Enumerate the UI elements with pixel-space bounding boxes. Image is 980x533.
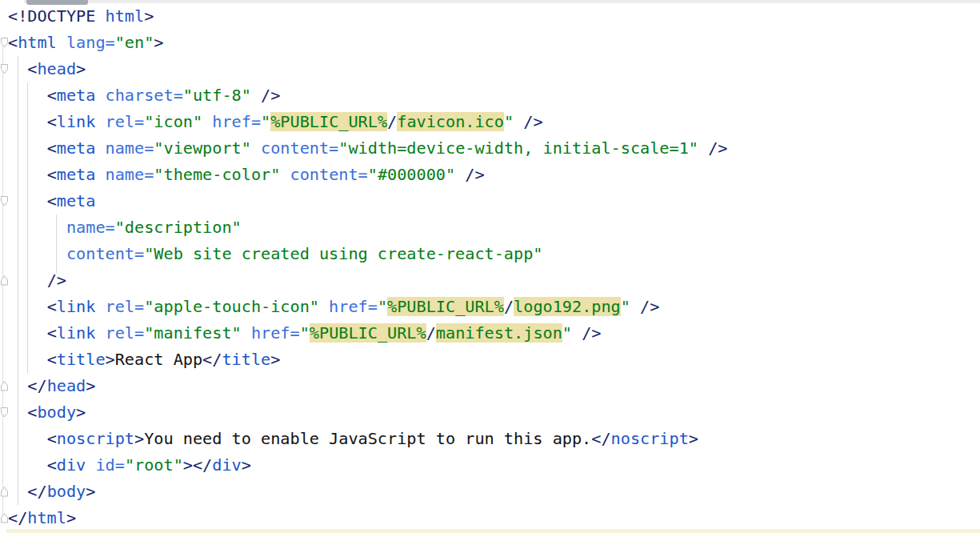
- code-token: "viewport": [154, 138, 251, 158]
- code-token: name=: [95, 165, 154, 184]
- code-token: ": [378, 297, 387, 316]
- code-token: >: [76, 403, 86, 422]
- code-token: link: [57, 323, 96, 343]
- code-token: href=: [202, 112, 261, 131]
- code-token: html: [18, 33, 57, 52]
- code-token: />: [514, 112, 542, 131]
- code-token: "icon": [144, 112, 202, 131]
- code-token: /: [426, 323, 436, 343]
- code-token: div: [57, 455, 86, 475]
- code-token: meta: [57, 165, 96, 184]
- code-token: /: [504, 297, 514, 316]
- code-token: <!DOCTYPE: [8, 6, 106, 26]
- code-line[interactable]: <div id="root"></div>: [8, 452, 980, 479]
- code-token: href=: [319, 297, 378, 316]
- code-token: [8, 350, 47, 369]
- code-line[interactable]: <meta name="viewport" content="width=dev…: [8, 135, 980, 162]
- code-token: head: [37, 59, 76, 78]
- code-token: rel=: [95, 297, 144, 316]
- code-line[interactable]: <!DOCTYPE html>: [8, 3, 980, 30]
- code-line[interactable]: name="description": [8, 214, 980, 241]
- code-line[interactable]: </head>: [8, 373, 980, 399]
- code-line[interactable]: </body>: [8, 479, 980, 505]
- template-variable-token: logo192.png: [514, 297, 621, 316]
- code-token: <: [47, 323, 57, 343]
- code-token: ": [261, 112, 270, 131]
- code-token: link: [57, 297, 96, 316]
- code-line[interactable]: <html lang="en">: [8, 30, 980, 56]
- code-line[interactable]: <meta name="theme-color" content="#00000…: [8, 162, 980, 188]
- code-token: [8, 86, 47, 105]
- code-token: charset=: [95, 86, 182, 105]
- code-token: <: [8, 33, 18, 52]
- code-token: />: [47, 271, 66, 290]
- code-token: body: [37, 403, 76, 422]
- template-variable-token: %PUBLIC_URL%: [310, 323, 426, 343]
- code-token: "root": [125, 455, 183, 475]
- code-token: />: [455, 165, 484, 184]
- code-token: name=: [66, 218, 115, 237]
- code-token: "description": [115, 218, 242, 237]
- code-token: </: [591, 429, 610, 448]
- code-token: html: [27, 508, 66, 527]
- code-token: <: [47, 429, 57, 448]
- code-token: head: [47, 376, 86, 395]
- code-token: content=: [251, 138, 338, 158]
- code-token: />: [630, 297, 659, 316]
- code-line[interactable]: <link rel="manifest" href="%PUBLIC_URL%/…: [8, 320, 980, 347]
- code-token: "utf-8": [183, 86, 251, 105]
- code-line[interactable]: <meta: [8, 188, 980, 214]
- code-token: "Web site created using create-react-app…: [144, 244, 542, 263]
- code-token: [8, 138, 47, 158]
- code-token: "width=device-width, initial-scale=1": [338, 138, 698, 158]
- code-token: "apple-touch-icon": [144, 297, 319, 316]
- code-token: <: [47, 112, 57, 131]
- code-token: </: [27, 376, 46, 395]
- code-line[interactable]: <noscript>You need to enable JavaScript …: [8, 426, 980, 452]
- code-line[interactable]: <link rel="apple-touch-icon" href="%PUBL…: [8, 294, 980, 320]
- code-token: [8, 59, 27, 78]
- code-token: <: [47, 455, 57, 475]
- code-token: meta: [57, 86, 96, 105]
- code-token: />: [251, 86, 280, 105]
- code-token: body: [47, 482, 86, 501]
- highlighted-line-partial: [6, 529, 980, 533]
- code-token: >: [86, 376, 95, 395]
- code-token: title: [222, 350, 270, 369]
- code-token: <: [47, 191, 57, 210]
- code-token: You need to enable JavaScript to run thi…: [144, 429, 591, 448]
- code-token: [8, 429, 47, 448]
- code-token: div: [212, 455, 241, 475]
- code-token: <: [47, 138, 57, 158]
- code-line[interactable]: <link rel="icon" href="%PUBLIC_URL%/favi…: [8, 109, 980, 135]
- code-token: [8, 323, 47, 343]
- code-token: <: [27, 59, 37, 78]
- code-token: /: [387, 112, 397, 131]
- code-editor-area[interactable]: <!DOCTYPE html><html lang="en"> <head> <…: [8, 3, 980, 533]
- template-variable-token: %PUBLIC_URL%: [270, 112, 387, 131]
- code-token: >: [134, 429, 144, 448]
- code-token: html: [106, 6, 145, 26]
- code-line[interactable]: content="Web site created using create-r…: [8, 241, 980, 267]
- code-token: rel=: [95, 112, 144, 131]
- code-token: >: [242, 455, 251, 475]
- code-token: <: [47, 165, 57, 184]
- code-token: "manifest": [144, 323, 242, 343]
- code-line[interactable]: <head>: [8, 56, 980, 82]
- code-token: href=: [242, 323, 300, 343]
- code-line[interactable]: <body>: [8, 399, 980, 426]
- code-line[interactable]: <title>React App</title>: [8, 347, 980, 373]
- code-token: title: [57, 350, 106, 369]
- code-token: ": [300, 323, 310, 343]
- code-token: >: [689, 429, 698, 448]
- template-variable-token: manifest.json: [436, 323, 562, 343]
- code-line[interactable]: </html>: [8, 505, 980, 531]
- code-line[interactable]: />: [8, 267, 980, 294]
- code-token: </: [202, 350, 222, 369]
- code-token: [8, 191, 47, 210]
- code-token: >: [144, 6, 154, 26]
- code-token: ></: [183, 455, 212, 475]
- code-token: [8, 112, 47, 131]
- code-token: >: [66, 508, 76, 527]
- code-line[interactable]: <meta charset="utf-8" />: [8, 82, 980, 109]
